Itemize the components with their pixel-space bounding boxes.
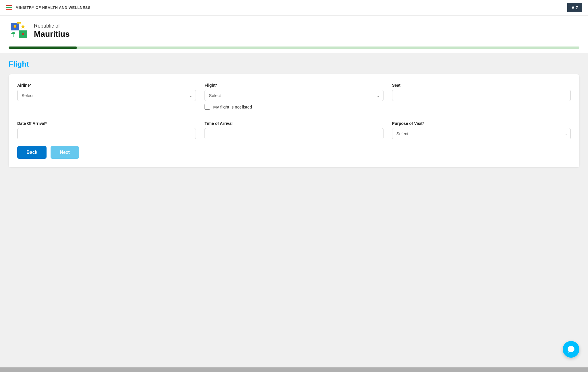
- footer-bar: [0, 367, 588, 372]
- top-nav: MINISTRY OF HEALTH AND WELLNESS A Z: [0, 0, 588, 16]
- purpose-label: Purpose of Visit*: [392, 121, 571, 126]
- ministry-title: MINISTRY OF HEALTH AND WELLNESS: [16, 5, 90, 10]
- logo-area: Republic of Mauritius: [0, 16, 588, 46]
- airline-select[interactable]: Select: [17, 90, 196, 101]
- coat-of-arms: [9, 20, 29, 42]
- mauritius-label: Mauritius: [34, 29, 70, 39]
- logo-text: Republic of Mauritius: [34, 23, 70, 39]
- svg-point-12: [22, 33, 24, 35]
- date-arrival-input[interactable]: [17, 128, 196, 139]
- form-actions: Back Next: [17, 146, 571, 159]
- svg-rect-6: [15, 28, 15, 30]
- row-arrival-purpose: Date Of Arrival* Time of Arrival Purpose…: [17, 121, 571, 139]
- seat-group: Seat: [392, 83, 571, 114]
- purpose-select[interactable]: Select: [392, 128, 571, 139]
- airline-select-wrapper: Select ⌄: [17, 90, 196, 101]
- airline-label: Airline*: [17, 83, 196, 88]
- republic-label: Republic of: [34, 23, 70, 29]
- purpose-group: Purpose of Visit* Select ⌄: [392, 121, 571, 139]
- translate-button[interactable]: A Z: [567, 3, 582, 12]
- svg-rect-13: [17, 22, 21, 24]
- date-arrival-label: Date Of Arrival*: [17, 121, 196, 126]
- next-button[interactable]: Next: [51, 146, 79, 159]
- flight-select-wrapper: Select ⌄: [205, 90, 383, 101]
- flight-group: Flight* Select ⌄ My flight is not listed: [205, 83, 383, 114]
- flight-not-listed-row: My flight is not listed: [205, 104, 383, 110]
- progress-container: [0, 46, 588, 53]
- main-content: Flight Airline* Select ⌄ Flight* Selec: [0, 53, 588, 367]
- chat-fab-button[interactable]: [563, 341, 579, 358]
- flight-not-listed-label: My flight is not listed: [213, 104, 252, 109]
- seat-label: Seat: [392, 83, 571, 88]
- page-title: Flight: [9, 60, 579, 69]
- progress-bar-fill: [9, 46, 77, 49]
- flight-select[interactable]: Select: [205, 90, 383, 101]
- date-arrival-group: Date Of Arrival*: [17, 121, 196, 139]
- svg-point-5: [14, 25, 16, 28]
- time-arrival-label: Time of Arrival: [205, 121, 383, 126]
- chat-icon: [567, 345, 575, 353]
- progress-bar-background: [9, 46, 579, 49]
- seat-input[interactable]: [392, 90, 571, 101]
- flight-label: Flight*: [205, 83, 383, 88]
- time-arrival-group: Time of Arrival: [205, 121, 383, 139]
- nav-left: MINISTRY OF HEALTH AND WELLNESS: [6, 5, 90, 10]
- hamburger-menu[interactable]: [6, 5, 12, 10]
- flight-not-listed-checkbox[interactable]: [205, 104, 210, 110]
- back-button[interactable]: Back: [17, 146, 47, 159]
- purpose-select-wrapper: Select ⌄: [392, 128, 571, 139]
- time-arrival-input[interactable]: [205, 128, 383, 139]
- airline-group: Airline* Select ⌄: [17, 83, 196, 114]
- row-airline-flight-seat: Airline* Select ⌄ Flight* Select ⌄: [17, 83, 571, 114]
- form-card: Airline* Select ⌄ Flight* Select ⌄: [9, 74, 579, 167]
